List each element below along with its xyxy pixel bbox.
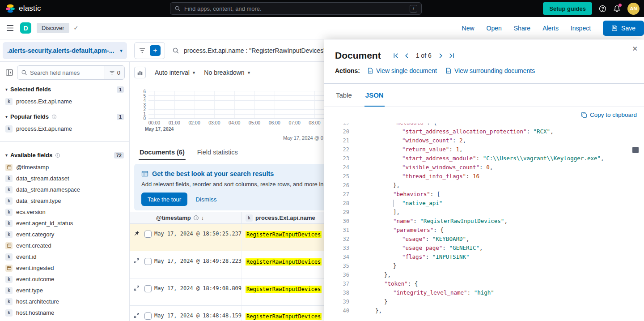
field-filters-button[interactable]: 0 <box>105 66 124 79</box>
discover-app-badge[interactable]: D <box>20 22 31 34</box>
tab-field-statistics[interactable]: Field statistics <box>196 147 239 160</box>
add-filter-button[interactable]: + <box>150 45 161 56</box>
field-list-item[interactable]: k event.category <box>5 229 124 240</box>
breadcrumb[interactable]: Discover <box>37 23 69 33</box>
field-list-item[interactable]: k host.hostname <box>5 307 124 318</box>
field-list-item[interactable]: k data_stream.namespace <box>5 184 124 195</box>
field-search-input[interactable]: Search field names 0 <box>17 65 125 80</box>
header-action-new[interactable]: New <box>462 25 475 32</box>
document-icon <box>367 68 373 74</box>
help-icon[interactable] <box>599 5 606 13</box>
flyout-tab-json[interactable]: JSON <box>364 84 385 107</box>
collapse-fields-panel-icon[interactable] <box>5 68 13 77</box>
elastic-logo[interactable]: elastic <box>0 4 41 13</box>
field-count-badge: 72 <box>114 152 124 158</box>
field-section-header[interactable]: ▾ Popular fields 1 <box>5 113 124 120</box>
line-number: 25 <box>335 172 349 181</box>
interval-select[interactable]: Auto interval ▾ <box>155 69 195 76</box>
expand-document-icon[interactable] <box>134 258 140 265</box>
field-list-item[interactable]: k ecs.version <box>5 206 124 218</box>
field-list-item[interactable]: k data_stream.dataset <box>5 173 124 184</box>
field-column-header[interactable]: process.Ext.api.name <box>255 214 315 221</box>
line-content: "visible_windows_count": 0, <box>357 163 493 172</box>
close-icon[interactable]: ✕ <box>632 45 638 53</box>
date-field-icon <box>5 265 13 272</box>
chevron-down-icon: ▾ <box>120 47 123 54</box>
json-line: 34 "flags": "INPUTSINK" <box>335 253 644 261</box>
field-list-item[interactable]: k data_stream.type <box>5 195 124 206</box>
field-list-item[interactable]: event.created <box>5 240 124 251</box>
field-list-item[interactable]: k process.Ext.api.name <box>5 96 124 107</box>
field-count-badge: 1 <box>117 114 124 120</box>
line-number: 27 <box>335 190 349 199</box>
expand-document-icon[interactable] <box>134 312 140 319</box>
select-document-checkbox[interactable] <box>144 258 152 265</box>
expanded-document-pin-icon[interactable] <box>134 231 140 237</box>
json-line: 39 } <box>335 297 644 306</box>
actions-label: Actions: <box>335 67 360 74</box>
next-document-button[interactable] <box>437 52 444 59</box>
main-menu-icon[interactable] <box>6 24 14 32</box>
line-content: "integrity_level_name": "high" <box>357 288 494 297</box>
sort-descending-icon[interactable]: ↓ <box>201 215 204 221</box>
setup-guides-button[interactable]: Setup guides <box>543 2 592 15</box>
field-list-item[interactable]: k event.outcome <box>5 274 124 285</box>
line-number: 34 <box>335 253 349 261</box>
notifications-bell-icon[interactable] <box>613 5 621 13</box>
copy-to-clipboard-button[interactable]: Copy to clipboard <box>581 111 637 118</box>
breakdown-select[interactable]: No breakdown ▾ <box>204 69 250 76</box>
field-list-item[interactable]: k event.type <box>5 285 124 296</box>
json-viewer[interactable]: 19 "metadata": { 20 "start_address_alloc… <box>324 124 644 313</box>
filter-icon[interactable] <box>139 47 146 54</box>
keyword-field-icon: k <box>246 214 253 222</box>
view-single-document-link[interactable]: View single document <box>367 67 437 74</box>
header-action-share[interactable]: Share <box>514 25 530 32</box>
select-document-checkbox[interactable] <box>144 312 152 320</box>
data-view-picker[interactable]: .alerts-security.alerts-default,apm-... … <box>3 42 127 59</box>
save-button[interactable]: Save <box>603 21 644 36</box>
info-icon[interactable] <box>55 153 60 158</box>
keyword-field-icon: k <box>5 276 13 283</box>
field-list-item[interactable]: event.ingested <box>5 262 124 274</box>
field-section-header[interactable]: ▾ Available fields 72 <box>5 152 124 158</box>
json-line: 29 ], <box>335 208 644 217</box>
field-search-placeholder: Search field names <box>30 69 105 76</box>
field-list-item[interactable]: k event.id <box>5 251 124 262</box>
json-line: 20 "start_address_allocation_protection"… <box>335 127 644 136</box>
field-list-item[interactable]: k event.agent_id_status <box>5 218 124 229</box>
first-document-button[interactable] <box>393 52 399 59</box>
field-list-item[interactable]: @timestamp <box>5 162 124 173</box>
dismiss-link[interactable]: Dismiss <box>195 196 216 203</box>
keyword-field-icon: k <box>5 125 13 133</box>
json-line: 37 "token": { <box>335 279 644 288</box>
info-icon[interactable] <box>51 114 57 120</box>
header-action-inspect[interactable]: Inspect <box>571 25 591 32</box>
previous-document-button[interactable] <box>403 52 410 59</box>
global-search-input[interactable]: Find apps, content, and more. / <box>170 2 422 15</box>
view-surrounding-documents-link[interactable]: View surrounding documents <box>445 67 535 74</box>
keyword-field-icon: k <box>5 209 13 216</box>
field-name: process.Ext.api.name <box>16 98 72 105</box>
last-document-button[interactable] <box>448 52 455 59</box>
tab-documents-6[interactable]: Documents (6) <box>139 147 186 160</box>
header-action-alerts[interactable]: Alerts <box>542 25 559 32</box>
field-section-header[interactable]: ▾ Selected fields 1 <box>5 86 124 93</box>
take-tour-button[interactable]: Take the tour <box>141 193 187 206</box>
chart-options-button[interactable] <box>134 67 146 78</box>
keyword-field-icon: k <box>5 220 13 227</box>
flyout-tab-table[interactable]: Table <box>335 84 353 107</box>
copy-icon <box>581 112 587 118</box>
select-document-checkbox[interactable] <box>144 231 152 238</box>
elastic-logo-icon <box>5 4 15 13</box>
expand-document-icon[interactable] <box>134 285 140 292</box>
field-section: ▾ Available fields 72 @timestamp k data_… <box>0 141 129 318</box>
timestamp-column-header[interactable]: @timestamp <box>156 214 191 221</box>
field-section: ▾ Selected fields 1 k process.Ext.api.na… <box>0 86 129 107</box>
json-line: 32 "usage": "KEYBOARD", <box>335 235 644 244</box>
select-document-checkbox[interactable] <box>144 285 152 292</box>
header-action-open[interactable]: Open <box>487 25 502 32</box>
user-avatar[interactable]: AN <box>627 3 640 15</box>
scrollbar-thumb[interactable] <box>632 147 639 153</box>
field-list-item[interactable]: k process.Ext.api.name <box>5 123 124 134</box>
field-list-item[interactable]: k host.architecture <box>5 296 124 307</box>
